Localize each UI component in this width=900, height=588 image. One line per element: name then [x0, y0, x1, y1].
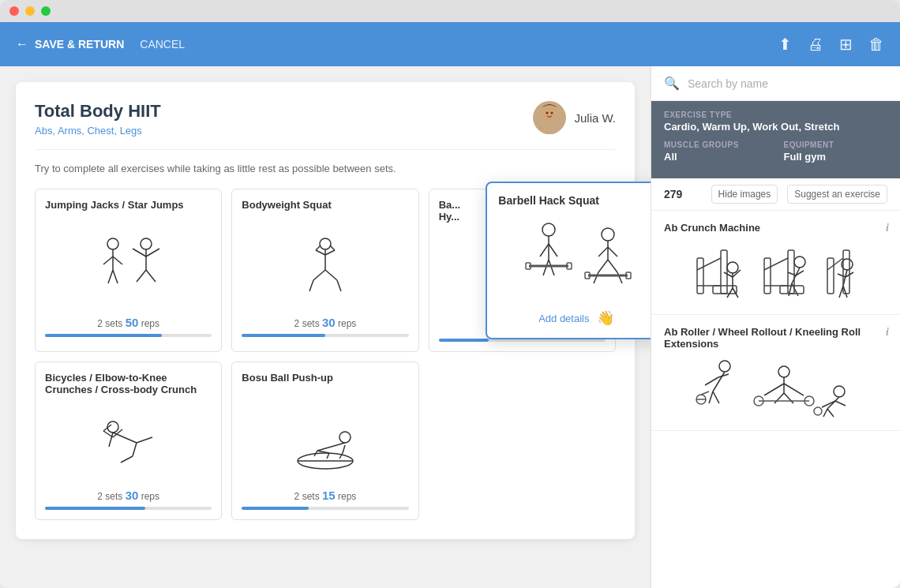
svg-line-39 [540, 244, 549, 257]
reps-label-1: reps [141, 318, 159, 329]
svg-line-48 [598, 247, 608, 257]
svg-point-2 [542, 107, 557, 121]
svg-line-126 [823, 409, 827, 417]
svg-line-77 [697, 258, 721, 270]
svg-line-53 [617, 272, 622, 283]
back-arrow-icon: ← [16, 37, 28, 51]
sets-4: 2 [97, 491, 103, 502]
equipment-value: Full gym [784, 151, 888, 163]
svg-line-14 [146, 249, 159, 257]
exercise-card-2: Bodyweight Squat [231, 189, 418, 352]
exercise-stats-2: 2 sets 30 reps [242, 316, 408, 329]
reps-4: 30 [126, 489, 139, 502]
suggest-exercise-button[interactable]: Suggest an exercise [787, 185, 887, 204]
exercise-progress-1 [45, 334, 212, 337]
app-window: ← SAVE & RETURN CANCEL ⬆ 🖨 ⊞ 🗑 Total Bod… [0, 0, 900, 588]
minimize-dot[interactable] [25, 6, 35, 16]
exercise-name-5: Bosu Ball Push-up [242, 372, 408, 397]
list-item-2[interactable]: Ab Roller / Wheel Rollout / Kneeling Rol… [651, 315, 900, 431]
trash-icon[interactable]: 🗑 [868, 36, 884, 54]
exercise-list: Ab Crunch Machine i [651, 211, 900, 588]
exercise-name-4: Bicycles / Elbow-to-Knee Crunches / Cros… [45, 372, 212, 397]
svg-line-59 [137, 437, 152, 443]
trainer-avatar [533, 101, 566, 134]
info-icon-2[interactable]: i [886, 326, 889, 339]
muscle-group-label: MUSCLE GROUPS [664, 140, 768, 149]
svg-line-114 [701, 391, 709, 395]
svg-line-13 [133, 249, 146, 257]
save-return-label: SAVE & RETURN [35, 38, 124, 51]
svg-rect-103 [827, 258, 834, 294]
popup-image [498, 215, 651, 301]
exercise-grid: Jumping Jacks / Star Jumps [35, 189, 616, 520]
svg-line-9 [108, 270, 113, 283]
filter-bottom-row: MUSCLE GROUPS All EQUIPMENT Full gym [664, 140, 887, 163]
print-icon[interactable]: 🖨 [808, 36, 823, 54]
svg-line-74 [327, 453, 329, 459]
workout-tags: Abs, Arms, Chest, Legs [35, 125, 161, 137]
share-icon[interactable]: ⬆ [778, 35, 792, 54]
reps-5: 15 [322, 489, 336, 502]
svg-point-124 [834, 386, 845, 397]
reps-1: 50 [126, 316, 139, 329]
svg-line-69 [317, 443, 345, 451]
workout-header: Total Body HIIT Abs, Arms, Chest, Legs [35, 101, 616, 150]
hand-icon: 👋 [597, 309, 614, 327]
svg-line-128 [822, 401, 835, 407]
stats-bar: 279 Hide images Suggest an exercise [651, 178, 900, 211]
exercise-type-label: EXERCISE TYPE [664, 110, 839, 119]
svg-rect-75 [697, 258, 703, 294]
save-return-button[interactable]: ← SAVE & RETURN [16, 37, 124, 51]
svg-line-129 [835, 401, 846, 406]
svg-line-41 [543, 260, 549, 275]
svg-line-51 [608, 260, 617, 272]
exercise-image-2 [242, 230, 408, 309]
popup-add-details-btn[interactable]: Add details 👋 [498, 309, 651, 327]
popup-title: Barbell Hack Squat [498, 194, 651, 207]
exercise-image-5 [242, 403, 408, 482]
svg-line-70 [343, 445, 345, 453]
sets-2: 2 [294, 318, 300, 329]
trainer-name: Julia W. [574, 111, 616, 125]
svg-line-109 [713, 391, 719, 403]
search-input[interactable] [688, 77, 887, 90]
svg-line-24 [325, 270, 337, 280]
list-item-image-1 [664, 240, 887, 303]
progress-fill-4 [45, 507, 145, 510]
sets-1: 2 [97, 318, 103, 329]
svg-line-42 [549, 260, 554, 275]
svg-rect-96 [780, 286, 804, 294]
exercise-browser: 🔍 EXERCISE TYPE Cardio, Warm Up, Work Ou… [651, 66, 900, 588]
exercise-stats-5: 2 sets 15 reps [242, 489, 408, 502]
toolbar-right: ⬆ 🖨 ⊞ 🗑 [778, 35, 884, 54]
svg-point-68 [339, 432, 351, 443]
info-icon-1[interactable]: i [886, 222, 889, 234]
svg-point-86 [794, 257, 805, 268]
filter-type-row: EXERCISE TYPE Cardio, Warm Up, Work Out,… [664, 110, 887, 133]
cancel-button[interactable]: CANCEL [140, 38, 185, 51]
reps-2: 30 [322, 316, 336, 329]
workout-title: Total Body HIIT [35, 101, 161, 122]
svg-point-1 [538, 122, 561, 134]
svg-line-119 [764, 384, 784, 395]
filter-section: EXERCISE TYPE Cardio, Warm Up, Work Out,… [651, 101, 900, 178]
exercise-progress-4 [45, 507, 212, 510]
svg-line-108 [709, 391, 713, 403]
hide-images-button[interactable]: Hide images [711, 185, 778, 204]
list-item-1[interactable]: Ab Crunch Machine i [651, 211, 900, 315]
svg-point-4 [551, 112, 553, 114]
layout-icon[interactable]: ⊞ [839, 35, 853, 54]
reps-label-5: reps [338, 491, 356, 502]
svg-line-105 [827, 258, 843, 270]
exercise-card-3: Ba...Hy... [429, 189, 616, 352]
maximize-dot[interactable] [41, 6, 51, 16]
main-content: Total Body HIIT Abs, Arms, Chest, Legs [0, 66, 900, 588]
svg-line-25 [309, 280, 313, 291]
exercise-stats-4: 2 sets 30 reps [45, 489, 212, 502]
close-dot[interactable] [9, 6, 19, 16]
svg-line-110 [705, 377, 718, 385]
svg-point-5 [107, 238, 118, 249]
progress-fill-3 [439, 339, 489, 342]
svg-line-118 [784, 393, 793, 403]
exercise-progress-2 [242, 334, 408, 337]
